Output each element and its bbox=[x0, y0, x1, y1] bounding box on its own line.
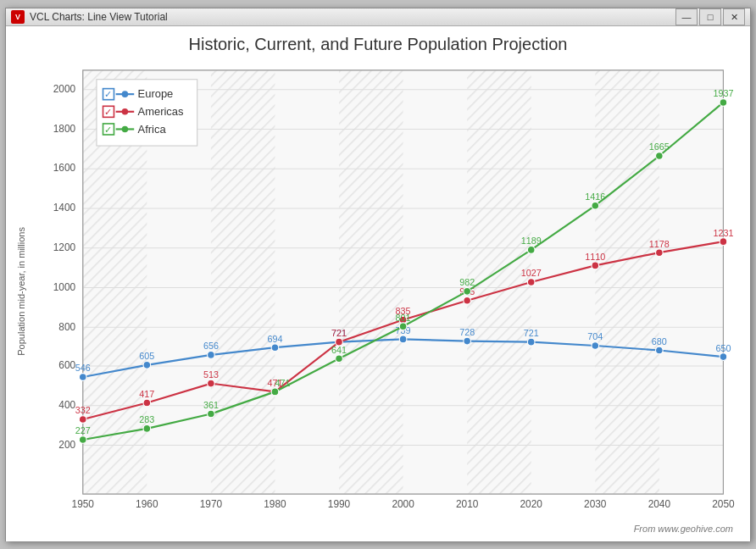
svg-point-91 bbox=[592, 202, 599, 209]
svg-text:200: 200 bbox=[58, 439, 75, 451]
svg-rect-4 bbox=[339, 70, 403, 494]
svg-text:2000: 2000 bbox=[53, 83, 76, 95]
svg-text:Americas: Americas bbox=[138, 105, 184, 118]
svg-point-70 bbox=[656, 249, 664, 257]
svg-text:680: 680 bbox=[652, 336, 667, 347]
svg-text:332: 332 bbox=[75, 405, 91, 415]
svg-point-84 bbox=[143, 425, 151, 433]
chart-svg: 200 400 600 800 1000 1200 1400 1600 1800… bbox=[28, 61, 742, 522]
svg-text:704: 704 bbox=[587, 331, 603, 341]
svg-rect-5 bbox=[467, 70, 531, 494]
svg-text:600: 600 bbox=[58, 359, 75, 371]
svg-text:1950: 1950 bbox=[72, 498, 95, 510]
svg-text:1110: 1110 bbox=[585, 252, 605, 262]
svg-text:721: 721 bbox=[331, 328, 347, 338]
svg-point-93 bbox=[720, 99, 727, 107]
svg-text:400: 400 bbox=[58, 399, 75, 411]
svg-text:1000: 1000 bbox=[53, 281, 76, 293]
svg-point-112 bbox=[122, 108, 129, 115]
svg-point-48 bbox=[656, 347, 664, 354]
svg-point-108 bbox=[122, 91, 129, 97]
svg-text:1970: 1970 bbox=[200, 498, 223, 510]
maximize-button[interactable]: □ bbox=[699, 8, 721, 25]
source-text: From www.geohive.com bbox=[14, 522, 742, 537]
svg-text:982: 982 bbox=[459, 277, 475, 287]
svg-text:✓: ✓ bbox=[104, 89, 112, 99]
svg-point-62 bbox=[143, 399, 151, 407]
titlebar: V VCL Charts: Line View Tutorial — □ ✕ bbox=[6, 8, 750, 26]
svg-text:361: 361 bbox=[203, 400, 219, 410]
svg-point-63 bbox=[208, 380, 215, 387]
svg-rect-3 bbox=[211, 70, 275, 494]
svg-text:283: 283 bbox=[139, 414, 154, 424]
chart-container: Population mid-year, in millions bbox=[14, 61, 742, 522]
svg-point-42 bbox=[271, 344, 279, 352]
svg-point-89 bbox=[464, 288, 471, 296]
svg-text:✓: ✓ bbox=[104, 125, 112, 135]
svg-text:721: 721 bbox=[524, 328, 539, 338]
svg-text:694: 694 bbox=[267, 334, 282, 344]
svg-text:1960: 1960 bbox=[136, 498, 158, 510]
svg-text:2020: 2020 bbox=[520, 498, 543, 510]
svg-text:Africa: Africa bbox=[138, 123, 167, 136]
svg-point-88 bbox=[399, 323, 407, 330]
window-controls: — □ ✕ bbox=[675, 8, 745, 25]
svg-text:1600: 1600 bbox=[53, 162, 76, 174]
svg-point-44 bbox=[399, 336, 407, 343]
svg-text:1178: 1178 bbox=[649, 239, 670, 249]
svg-text:1189: 1189 bbox=[521, 236, 542, 246]
svg-text:546: 546 bbox=[75, 363, 91, 373]
svg-text:728: 728 bbox=[459, 327, 475, 337]
svg-text:1200: 1200 bbox=[53, 241, 76, 253]
y-axis-label: Population mid-year, in millions bbox=[14, 61, 28, 522]
svg-text:641: 641 bbox=[331, 345, 347, 355]
svg-text:801: 801 bbox=[396, 313, 411, 323]
svg-point-85 bbox=[208, 410, 215, 418]
svg-text:513: 513 bbox=[203, 369, 219, 380]
main-window: V VCL Charts: Line View Tutorial — □ ✕ H… bbox=[5, 8, 751, 541]
close-button[interactable]: ✕ bbox=[723, 8, 745, 25]
svg-point-61 bbox=[79, 416, 86, 424]
svg-point-83 bbox=[79, 436, 86, 444]
minimize-button[interactable]: — bbox=[675, 8, 698, 25]
svg-text:227: 227 bbox=[75, 425, 91, 435]
svg-point-39 bbox=[79, 374, 86, 381]
svg-text:2050: 2050 bbox=[712, 498, 735, 510]
svg-text:1990: 1990 bbox=[328, 498, 351, 510]
svg-text:1665: 1665 bbox=[649, 141, 670, 152]
app-icon: V bbox=[11, 10, 25, 24]
svg-text:1400: 1400 bbox=[53, 202, 76, 214]
svg-text:2040: 2040 bbox=[648, 498, 671, 510]
svg-point-40 bbox=[143, 362, 151, 369]
svg-text:2010: 2010 bbox=[456, 498, 479, 510]
svg-point-47 bbox=[592, 342, 599, 350]
svg-text:1980: 1980 bbox=[264, 498, 286, 510]
svg-point-68 bbox=[527, 279, 535, 286]
chart-title: Historic, Current, and Future Population… bbox=[14, 35, 742, 54]
svg-point-87 bbox=[336, 355, 343, 363]
svg-text:1937: 1937 bbox=[713, 88, 733, 98]
svg-point-49 bbox=[720, 353, 727, 361]
svg-text:656: 656 bbox=[203, 341, 219, 351]
svg-text:Europe: Europe bbox=[138, 87, 174, 100]
window-title: VCL Charts: Line View Tutorial bbox=[30, 11, 675, 23]
svg-point-45 bbox=[464, 337, 471, 345]
svg-point-71 bbox=[720, 238, 727, 246]
svg-text:417: 417 bbox=[139, 389, 154, 399]
svg-text:1416: 1416 bbox=[585, 191, 605, 202]
svg-point-67 bbox=[464, 297, 471, 304]
svg-text:2030: 2030 bbox=[584, 498, 607, 510]
chart-area: Historic, Current, and Future Population… bbox=[6, 26, 750, 541]
svg-text:1027: 1027 bbox=[521, 268, 542, 278]
svg-text:800: 800 bbox=[58, 321, 75, 333]
svg-rect-6 bbox=[595, 70, 659, 494]
svg-text:1800: 1800 bbox=[53, 123, 76, 135]
svg-text:650: 650 bbox=[715, 343, 731, 353]
svg-point-86 bbox=[271, 388, 279, 396]
svg-point-41 bbox=[208, 352, 215, 359]
svg-point-92 bbox=[656, 152, 664, 160]
svg-text:✓: ✓ bbox=[104, 107, 112, 117]
svg-text:1231: 1231 bbox=[713, 228, 733, 238]
svg-point-90 bbox=[527, 247, 535, 254]
chart-inner: 200 400 600 800 1000 1200 1400 1600 1800… bbox=[28, 61, 742, 522]
